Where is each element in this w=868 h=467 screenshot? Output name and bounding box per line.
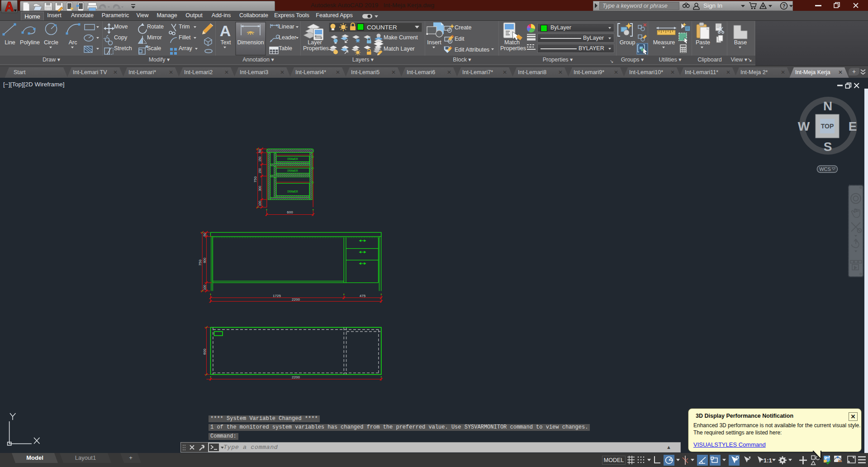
svg-text:S: S [824,140,832,154]
svg-text:750: 750 [198,259,202,266]
svg-text:50: 50 [258,149,261,153]
svg-text:600: 600 [203,258,206,263]
svg-text:W: W [798,119,810,133]
svg-text:DRAWER: DRAWER [287,170,298,173]
svg-text:?: ? [783,3,786,9]
svg-text:2200: 2200 [292,375,300,379]
svg-text:50: 50 [203,233,206,236]
svg-text:WCS: WCS [819,166,831,172]
svg-text:600: 600 [203,349,207,355]
svg-text:DRAWER: DRAWER [287,190,298,193]
svg-text:A: A [220,22,231,39]
svg-text:!: ! [840,459,840,462]
svg-text:DRAWER: DRAWER [287,158,298,161]
svg-text:1725: 1725 [273,294,281,298]
svg-text:COUNTER: COUNTER [367,24,397,31]
svg-text:150: 150 [258,168,261,174]
svg-text:750: 750 [253,176,257,183]
svg-text:N: N [823,99,832,113]
svg-text:150: 150 [258,156,261,162]
svg-text:TOP: TOP [821,123,834,130]
svg-text:475: 475 [360,294,366,298]
svg-text:E: E [849,119,857,133]
svg-text:300: 300 [258,186,261,191]
svg-text:2200: 2200 [292,297,300,302]
svg-text:100: 100 [203,285,206,290]
svg-text:600: 600 [287,210,293,214]
svg-text:100: 100 [258,201,261,206]
svg-text:1:1: 1:1 [764,457,772,464]
